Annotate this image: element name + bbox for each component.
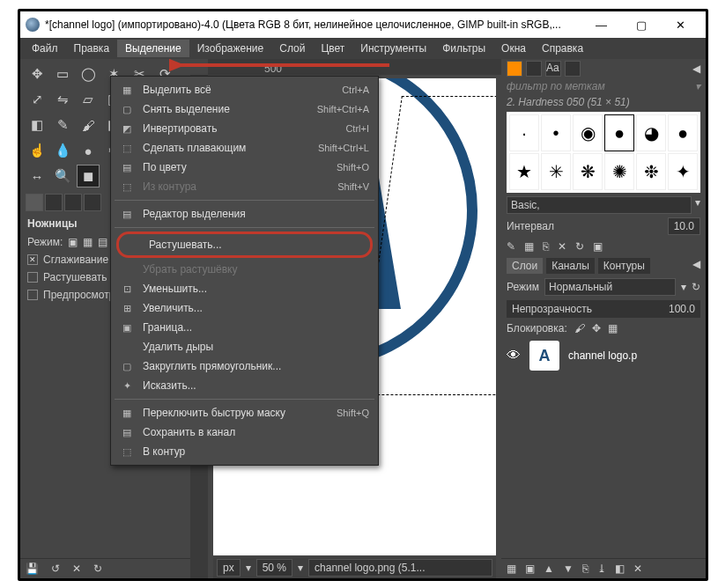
brush-item[interactable]: ◉: [573, 114, 603, 151]
tool-gradient[interactable]: ◧: [26, 114, 48, 136]
chevron-down-icon[interactable]: ▾: [695, 80, 700, 92]
brush-item[interactable]: ●: [604, 114, 634, 151]
tab-images[interactable]: [84, 194, 101, 211]
menu-item[interactable]: ⬚В контур: [111, 442, 378, 461]
menu-item[interactable]: ▢Снять выделениеShift+Ctrl+A: [111, 99, 378, 119]
layer-mode-select[interactable]: Нормальный: [544, 278, 676, 296]
unit-chevron-icon[interactable]: ▾: [246, 562, 251, 574]
tool-smudge[interactable]: ☝: [26, 139, 48, 162]
merge-down-icon[interactable]: ⤓: [597, 562, 606, 575]
brush-item[interactable]: ✳: [541, 153, 571, 190]
tool-flip[interactable]: ⇋: [51, 88, 74, 111]
raise-layer-icon[interactable]: ▲: [544, 562, 554, 575]
menu-item[interactable]: ▦Выделить всёCtrl+A: [111, 80, 378, 99]
close-button[interactable]: ✕: [661, 11, 700, 38]
fonts-tab[interactable]: Aa: [545, 61, 561, 77]
menu-item[interactable]: ⊞Увеличить...: [111, 298, 378, 318]
brush-item[interactable]: ✺: [604, 153, 634, 190]
menu-file[interactable]: Файл: [24, 40, 66, 57]
tool-blur[interactable]: 💧: [51, 139, 74, 162]
zoom-chevron-icon[interactable]: ▾: [298, 562, 303, 574]
tool-pencil[interactable]: ✎: [51, 114, 74, 136]
mode-icon-replace[interactable]: ▣: [68, 236, 78, 248]
unit-select[interactable]: px: [217, 559, 241, 577]
visibility-toggle-icon[interactable]: 👁: [507, 348, 521, 364]
chevron-down-icon[interactable]: ▾: [681, 281, 686, 293]
maximize-button[interactable]: ▢: [621, 11, 661, 38]
dock-menu-icon[interactable]: ◀: [692, 258, 700, 274]
tab-device-status[interactable]: [45, 194, 63, 211]
menu-item[interactable]: ▤По цветуShift+O: [111, 158, 378, 177]
layer-item[interactable]: 👁 A channel logo.p: [501, 337, 706, 374]
preview-checkbox[interactable]: [27, 290, 38, 300]
new-brush-icon[interactable]: ▦: [524, 240, 534, 253]
patterns-tab[interactable]: [526, 61, 542, 77]
interval-value[interactable]: 10.0: [668, 217, 700, 235]
edit-brush-icon[interactable]: ✎: [507, 240, 515, 253]
chevron-down-icon[interactable]: ▾: [695, 196, 700, 214]
lower-layer-icon[interactable]: ▼: [563, 562, 574, 575]
tab-undo-history[interactable]: [64, 194, 82, 211]
tool-move[interactable]: ✥: [26, 62, 48, 85]
feather-checkbox[interactable]: [27, 272, 38, 283]
restore-options-icon[interactable]: ↺: [51, 562, 60, 575]
tool-brush[interactable]: 🖌: [77, 114, 100, 136]
save-options-icon[interactable]: 💾: [26, 562, 39, 575]
tab-tool-options[interactable]: [26, 194, 43, 211]
brush-item[interactable]: ✦: [668, 153, 698, 190]
tool-dodge[interactable]: ●: [77, 139, 100, 162]
tool-free-select[interactable]: ◯: [77, 62, 100, 85]
duplicate-brush-icon[interactable]: ⎘: [543, 240, 549, 253]
mode-icon-subtract[interactable]: ▤: [98, 236, 107, 248]
open-as-image-icon[interactable]: ▣: [593, 240, 603, 253]
tool-measure[interactable]: ↔: [26, 165, 48, 187]
menu-help[interactable]: Справка: [534, 40, 591, 57]
mask-icon[interactable]: ◧: [615, 562, 625, 575]
brush-item[interactable]: ◕: [636, 114, 666, 151]
menu-edit[interactable]: Правка: [66, 40, 118, 57]
lock-alpha-icon[interactable]: ▦: [608, 322, 618, 334]
menu-item[interactable]: Растушевать...: [116, 232, 373, 258]
minimize-button[interactable]: —: [581, 11, 621, 38]
menu-item[interactable]: ▤Редактор выделения: [111, 204, 378, 224]
menu-item[interactable]: ⊡Уменьшить...: [111, 279, 378, 298]
delete-layer-icon[interactable]: ✕: [633, 562, 642, 575]
brush-item[interactable]: ●: [668, 114, 698, 151]
lock-pixels-icon[interactable]: 🖌: [574, 322, 585, 334]
brushes-tab[interactable]: [507, 61, 522, 77]
delete-options-icon[interactable]: ✕: [72, 562, 81, 575]
mode-reset-icon[interactable]: ↻: [692, 281, 700, 293]
brush-filter-row[interactable]: фильтр по меткам ▾: [501, 78, 706, 94]
tool-perspective[interactable]: ▱: [77, 88, 100, 111]
menu-item[interactable]: ▦Переключить быструю маскуShift+Q: [111, 403, 378, 423]
brush-preset-select[interactable]: Basic,: [507, 196, 692, 214]
refresh-brush-icon[interactable]: ↻: [575, 240, 584, 253]
dock-menu-icon[interactable]: ◀: [692, 62, 700, 75]
history-tab[interactable]: [565, 61, 581, 77]
new-group-icon[interactable]: ▣: [525, 562, 535, 575]
brush-item[interactable]: ·: [509, 114, 539, 151]
new-layer-icon[interactable]: ▦: [507, 562, 516, 575]
brush-item[interactable]: ★: [509, 153, 539, 190]
brush-item[interactable]: ❉: [636, 153, 666, 190]
duplicate-layer-icon[interactable]: ⎘: [582, 562, 588, 575]
menu-item[interactable]: ✦Исказить...: [111, 376, 378, 395]
menu-item[interactable]: ▣Граница...: [111, 318, 378, 337]
tool-rect-select[interactable]: ▭: [51, 62, 74, 85]
menu-filters[interactable]: Фильтры: [434, 40, 493, 57]
tab-layers[interactable]: Слои: [507, 258, 543, 274]
brush-item[interactable]: •: [541, 114, 571, 151]
menu-item[interactable]: ⬚Сделать плавающимShift+Ctrl+L: [111, 138, 378, 158]
lock-position-icon[interactable]: ✥: [592, 322, 601, 334]
opacity-slider[interactable]: Непрозрачность 100.0: [507, 300, 700, 318]
reset-options-icon[interactable]: ↻: [93, 562, 102, 575]
menu-item[interactable]: ▤Сохранить в канал: [111, 423, 378, 442]
delete-brush-icon[interactable]: ✕: [558, 240, 566, 253]
tool-colors-swatch[interactable]: ◼: [77, 165, 100, 187]
tab-paths[interactable]: Контуры: [598, 258, 650, 274]
antialias-checkbox[interactable]: ✕: [27, 254, 38, 265]
brush-item[interactable]: ❋: [573, 153, 603, 190]
tab-channels[interactable]: Каналы: [546, 258, 595, 274]
zoom-field[interactable]: 50 %: [256, 559, 292, 577]
menu-windows[interactable]: Окна: [493, 40, 534, 57]
